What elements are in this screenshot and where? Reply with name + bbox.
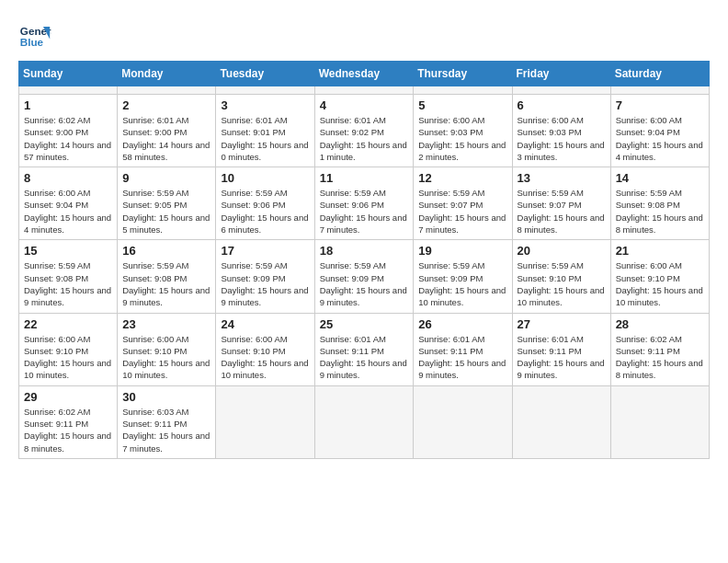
calendar-cell: 23Sunrise: 6:00 AMSunset: 9:10 PMDayligh… <box>118 313 216 385</box>
weekday-header-monday: Monday <box>118 62 216 86</box>
calendar-cell: 18Sunrise: 5:59 AMSunset: 9:09 PMDayligh… <box>314 240 414 313</box>
calendar-cell <box>216 385 314 458</box>
day-number: 11 <box>320 171 409 185</box>
calendar-cell <box>19 86 118 95</box>
calendar-cell: 13Sunrise: 5:59 AMSunset: 9:07 PMDayligh… <box>512 167 610 240</box>
day-number: 22 <box>24 317 112 331</box>
day-number: 25 <box>320 317 409 331</box>
calendar-cell <box>414 86 512 95</box>
day-info: Sunrise: 6:01 AMSunset: 9:11 PMDaylight:… <box>418 333 506 382</box>
day-number: 17 <box>221 244 309 258</box>
day-info: Sunrise: 5:59 AMSunset: 9:08 PMDaylight:… <box>122 259 210 308</box>
day-number: 14 <box>616 171 704 185</box>
calendar-cell: 6Sunrise: 6:00 AMSunset: 9:03 PMDaylight… <box>512 95 610 167</box>
day-info: Sunrise: 6:00 AMSunset: 9:10 PMDaylight:… <box>616 259 704 308</box>
day-info: Sunrise: 6:00 AMSunset: 9:04 PMDaylight:… <box>616 114 704 163</box>
day-number: 18 <box>320 244 409 258</box>
day-number: 6 <box>518 98 606 112</box>
calendar-cell: 30Sunrise: 6:03 AMSunset: 9:11 PMDayligh… <box>118 385 216 458</box>
day-number: 20 <box>518 244 606 258</box>
calendar-cell: 5Sunrise: 6:00 AMSunset: 9:03 PMDaylight… <box>414 95 512 167</box>
day-number: 21 <box>616 244 704 258</box>
week-row-1 <box>19 86 710 95</box>
day-number: 10 <box>221 171 309 185</box>
week-row-6: 29Sunrise: 6:02 AMSunset: 9:11 PMDayligh… <box>19 385 710 458</box>
calendar-cell <box>314 385 414 458</box>
week-row-4: 15Sunrise: 5:59 AMSunset: 9:08 PMDayligh… <box>19 240 710 313</box>
day-number: 27 <box>518 317 606 331</box>
logo-icon: General Blue <box>18 18 51 52</box>
calendar: SundayMondayTuesdayWednesdayThursdayFrid… <box>18 61 710 459</box>
day-info: Sunrise: 6:01 AMSunset: 9:01 PMDaylight:… <box>221 114 309 163</box>
calendar-cell: 10Sunrise: 5:59 AMSunset: 9:06 PMDayligh… <box>216 167 314 240</box>
calendar-cell: 21Sunrise: 6:00 AMSunset: 9:10 PMDayligh… <box>610 240 709 313</box>
day-info: Sunrise: 6:00 AMSunset: 9:10 PMDaylight:… <box>24 333 112 382</box>
weekday-header-sunday: Sunday <box>19 62 118 86</box>
calendar-cell: 20Sunrise: 5:59 AMSunset: 9:10 PMDayligh… <box>512 240 610 313</box>
day-number: 5 <box>418 98 506 112</box>
calendar-cell <box>512 86 610 95</box>
calendar-cell: 14Sunrise: 5:59 AMSunset: 9:08 PMDayligh… <box>610 167 709 240</box>
calendar-cell: 9Sunrise: 5:59 AMSunset: 9:05 PMDaylight… <box>118 167 216 240</box>
calendar-cell <box>314 86 414 95</box>
day-info: Sunrise: 6:02 AMSunset: 9:00 PMDaylight:… <box>24 114 112 163</box>
calendar-cell: 27Sunrise: 6:01 AMSunset: 9:11 PMDayligh… <box>512 313 610 385</box>
day-info: Sunrise: 6:02 AMSunset: 9:11 PMDaylight:… <box>616 333 704 382</box>
day-info: Sunrise: 6:00 AMSunset: 9:10 PMDaylight:… <box>122 333 210 382</box>
calendar-cell <box>512 385 610 458</box>
weekday-header-thursday: Thursday <box>414 62 512 86</box>
logo: General Blue <box>18 18 57 52</box>
week-row-5: 22Sunrise: 6:00 AMSunset: 9:10 PMDayligh… <box>19 313 710 385</box>
calendar-cell: 29Sunrise: 6:02 AMSunset: 9:11 PMDayligh… <box>19 385 118 458</box>
day-info: Sunrise: 5:59 AMSunset: 9:06 PMDaylight:… <box>320 187 409 236</box>
day-info: Sunrise: 5:59 AMSunset: 9:09 PMDaylight:… <box>221 259 309 308</box>
calendar-cell: 4Sunrise: 6:01 AMSunset: 9:02 PMDaylight… <box>314 95 414 167</box>
day-info: Sunrise: 6:00 AMSunset: 9:03 PMDaylight:… <box>418 114 506 163</box>
day-info: Sunrise: 5:59 AMSunset: 9:09 PMDaylight:… <box>320 259 409 308</box>
weekday-header-tuesday: Tuesday <box>216 62 314 86</box>
day-number: 4 <box>320 98 409 112</box>
day-info: Sunrise: 6:03 AMSunset: 9:11 PMDaylight:… <box>122 406 210 454</box>
day-info: Sunrise: 5:59 AMSunset: 9:07 PMDaylight:… <box>418 187 506 236</box>
calendar-cell: 8Sunrise: 6:00 AMSunset: 9:04 PMDaylight… <box>19 167 118 240</box>
day-info: Sunrise: 6:00 AMSunset: 9:10 PMDaylight:… <box>221 333 309 382</box>
day-number: 12 <box>418 171 506 185</box>
day-number: 8 <box>24 171 112 185</box>
day-info: Sunrise: 5:59 AMSunset: 9:08 PMDaylight:… <box>24 259 112 308</box>
day-number: 7 <box>616 98 704 112</box>
day-number: 19 <box>418 244 506 258</box>
calendar-cell: 22Sunrise: 6:00 AMSunset: 9:10 PMDayligh… <box>19 313 118 385</box>
calendar-cell: 25Sunrise: 6:01 AMSunset: 9:11 PMDayligh… <box>314 313 414 385</box>
week-row-3: 8Sunrise: 6:00 AMSunset: 9:04 PMDaylight… <box>19 167 710 240</box>
calendar-cell <box>118 86 216 95</box>
day-number: 1 <box>24 98 112 112</box>
weekday-header-row: SundayMondayTuesdayWednesdayThursdayFrid… <box>19 62 710 86</box>
calendar-cell: 15Sunrise: 5:59 AMSunset: 9:08 PMDayligh… <box>19 240 118 313</box>
day-number: 13 <box>518 171 606 185</box>
calendar-cell <box>610 385 709 458</box>
day-info: Sunrise: 6:02 AMSunset: 9:11 PMDaylight:… <box>24 406 112 454</box>
day-number: 24 <box>221 317 309 331</box>
day-number: 2 <box>122 98 210 112</box>
day-number: 9 <box>122 171 210 185</box>
day-info: Sunrise: 5:59 AMSunset: 9:06 PMDaylight:… <box>221 187 309 236</box>
calendar-cell: 7Sunrise: 6:00 AMSunset: 9:04 PMDaylight… <box>610 95 709 167</box>
day-info: Sunrise: 6:01 AMSunset: 9:00 PMDaylight:… <box>122 114 210 163</box>
day-info: Sunrise: 5:59 AMSunset: 9:08 PMDaylight:… <box>616 187 704 236</box>
day-info: Sunrise: 5:59 AMSunset: 9:10 PMDaylight:… <box>518 259 606 308</box>
day-number: 23 <box>122 317 210 331</box>
day-info: Sunrise: 6:00 AMSunset: 9:04 PMDaylight:… <box>24 187 112 236</box>
calendar-cell: 1Sunrise: 6:02 AMSunset: 9:00 PMDaylight… <box>19 95 118 167</box>
day-number: 30 <box>122 390 210 404</box>
weekday-header-saturday: Saturday <box>610 62 709 86</box>
calendar-cell: 11Sunrise: 5:59 AMSunset: 9:06 PMDayligh… <box>314 167 414 240</box>
day-number: 29 <box>24 390 112 404</box>
calendar-cell: 26Sunrise: 6:01 AMSunset: 9:11 PMDayligh… <box>414 313 512 385</box>
calendar-cell: 16Sunrise: 5:59 AMSunset: 9:08 PMDayligh… <box>118 240 216 313</box>
calendar-cell <box>610 86 709 95</box>
day-info: Sunrise: 6:01 AMSunset: 9:11 PMDaylight:… <box>320 333 409 382</box>
calendar-cell: 17Sunrise: 5:59 AMSunset: 9:09 PMDayligh… <box>216 240 314 313</box>
calendar-cell: 2Sunrise: 6:01 AMSunset: 9:00 PMDaylight… <box>118 95 216 167</box>
calendar-cell <box>414 385 512 458</box>
day-number: 15 <box>24 244 112 258</box>
